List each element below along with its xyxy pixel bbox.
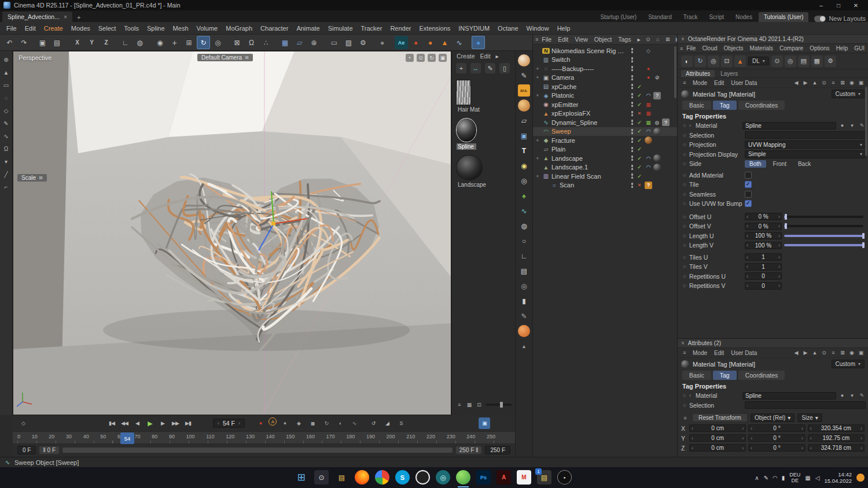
up-icon[interactable]: ▲ xyxy=(811,349,819,357)
magnet-button[interactable]: Ω xyxy=(245,36,258,49)
object-manager-menu-item[interactable]: View xyxy=(572,35,591,43)
visibility-dots[interactable] xyxy=(630,110,634,117)
menu-item[interactable]: File xyxy=(2,23,21,34)
notes-icon[interactable]: ▤ 1 xyxy=(537,470,551,485)
octane-pick-icon[interactable]: ◎ xyxy=(708,56,719,67)
object-row[interactable]: + ◈ Platonic ✓ ◠? xyxy=(533,91,677,101)
enable-state-icon[interactable]: ✓ xyxy=(636,102,643,108)
decrement-icon[interactable]: ‹ xyxy=(751,435,752,441)
increment-icon[interactable]: › xyxy=(860,445,862,451)
thumbnail-size-slider[interactable] xyxy=(486,404,512,406)
increment-icon[interactable]: › xyxy=(742,426,744,431)
expand-icon[interactable]: + xyxy=(535,75,540,80)
object-name[interactable]: Camera xyxy=(551,74,574,81)
selection-field[interactable] xyxy=(745,401,866,409)
mode-menu[interactable]: Mode xyxy=(690,349,710,357)
cube-icon[interactable]: ▣ xyxy=(518,130,530,142)
menu-item[interactable]: Mesh xyxy=(169,23,193,34)
project-max-field[interactable]: 250 F xyxy=(485,446,510,454)
menu-item[interactable]: Modes xyxy=(67,23,94,34)
use-uvw-for-bump-checkbox[interactable] xyxy=(745,200,752,207)
rotation-field[interactable]: ‹ 0 ° › xyxy=(748,434,805,442)
hamburger-icon[interactable]: ≡ xyxy=(681,414,689,422)
layout-tab[interactable]: Script xyxy=(704,12,729,22)
increment-icon[interactable]: › xyxy=(778,283,780,289)
object-row[interactable]: ▱ Plain ✓ xyxy=(533,145,677,154)
parameter-toggle[interactable]: ◐ xyxy=(334,417,346,429)
light-icon[interactable]: ◉ xyxy=(518,160,530,172)
object-row[interactable]: + ◆ Fracture ✓ xyxy=(533,136,677,145)
octane-lock-icon[interactable]: ⊙ xyxy=(771,56,783,67)
mail-icon[interactable]: M xyxy=(517,470,531,485)
material-ball-icon[interactable]: ● xyxy=(838,123,846,128)
menu-item[interactable]: Animate xyxy=(292,23,323,34)
octane-menu-item[interactable]: Cloud xyxy=(699,45,720,52)
render-picture-viewer-button[interactable]: ▨ xyxy=(342,36,355,49)
material-link-field[interactable]: Spline xyxy=(742,122,836,130)
position-field[interactable]: ‹ 0 cm › xyxy=(689,444,746,452)
pen-tool[interactable]: ✎ xyxy=(1,119,11,128)
question-tag[interactable]: ? xyxy=(653,92,661,99)
xparticles-button[interactable]: ▲ xyxy=(438,36,451,49)
photoshop-icon[interactable]: Ps xyxy=(476,470,491,485)
keyframe-dot-icon[interactable]: ◇ xyxy=(682,234,687,238)
loop-button[interactable]: ↺ xyxy=(367,417,379,429)
visibility-dots[interactable] xyxy=(630,164,634,171)
enable-state-icon[interactable]: × xyxy=(636,182,643,188)
question-tag[interactable]: ? xyxy=(662,119,670,126)
undo-icon[interactable]: ↶ xyxy=(3,36,16,49)
rotate-tool[interactable]: ↻ xyxy=(197,36,210,49)
octane-menu-item[interactable]: Objects xyxy=(721,45,746,52)
text-icon[interactable]: T xyxy=(518,145,530,157)
firefox-icon[interactable] xyxy=(355,470,369,485)
document-tab[interactable]: Spline_Advection... × xyxy=(2,12,72,22)
object-name[interactable]: Switch xyxy=(551,56,570,63)
object-manager-menu-item[interactable]: Object xyxy=(591,35,615,43)
keyframe-dot-icon[interactable]: ◇ xyxy=(682,243,687,247)
eject-icon[interactable]: ▲ xyxy=(518,340,530,352)
decrement-icon[interactable]: ‹ xyxy=(746,254,748,260)
decrement-icon[interactable]: ‹ xyxy=(746,233,748,239)
object-name[interactable]: Dynamic_Spline xyxy=(551,119,597,126)
rotation-field[interactable]: ‹ 0 ° › xyxy=(748,424,805,432)
selection-field[interactable] xyxy=(745,131,866,139)
keyframe-dot-icon[interactable]: ◇ xyxy=(682,393,687,398)
object-manager-menu-item[interactable]: File xyxy=(539,35,554,43)
material-link-field[interactable]: Spline xyxy=(742,392,836,400)
decrement-icon[interactable]: ‹ xyxy=(751,426,752,431)
record-button[interactable]: ● xyxy=(255,417,266,429)
decrement-icon[interactable]: ‹ xyxy=(692,426,693,431)
increment-icon[interactable]: › xyxy=(778,233,780,239)
axis-icon[interactable]: ∟ xyxy=(518,250,530,262)
visibility-dots[interactable] xyxy=(630,128,634,135)
bullet-icon[interactable]: BUL xyxy=(518,84,530,97)
back-icon[interactable]: ◀ xyxy=(792,79,800,87)
material-item[interactable]: Spline xyxy=(457,119,476,150)
material-thumbnail[interactable] xyxy=(457,80,470,105)
visibility-dots[interactable] xyxy=(630,83,634,90)
object-name[interactable]: Landscape xyxy=(551,155,583,162)
object-row[interactable]: ∿ Dynamic_Spline ✓ ▦◍? xyxy=(533,118,677,127)
xpresso-tag[interactable]: ◇ xyxy=(645,47,652,54)
keyframe-button[interactable]: ● xyxy=(279,417,290,429)
tray-expand-icon[interactable]: ∧ xyxy=(755,475,759,481)
object-row[interactable]: ○ Scan × ? xyxy=(533,181,677,190)
layout-tab[interactable]: Startup (User) xyxy=(595,12,642,22)
close-button[interactable]: ✕ xyxy=(847,0,865,10)
menu-item[interactable]: Character xyxy=(256,23,292,34)
menu-item[interactable]: Window xyxy=(523,23,553,34)
visibility-dots[interactable] xyxy=(630,101,634,108)
preview-range-start-handle[interactable]: ‖ 0 F xyxy=(39,446,59,454)
last-tool-button[interactable]: ◎ xyxy=(211,36,225,49)
length-u-field[interactable]: ‹ 100 % › xyxy=(745,232,782,239)
keyframe-dot-icon[interactable]: ◇ xyxy=(682,264,687,269)
filter-icon[interactable]: ≡ xyxy=(829,79,837,87)
octane-menu-item[interactable]: File xyxy=(683,45,698,52)
live-selection-tool[interactable]: ◉ xyxy=(153,36,167,49)
tab-coordinates[interactable]: Coordinates xyxy=(738,371,785,380)
expand-icon[interactable]: + xyxy=(535,138,540,143)
octane-device-dropdown[interactable]: DL ▾ xyxy=(748,57,769,65)
solo-button[interactable]: S xyxy=(395,417,407,429)
start-button[interactable]: ⊞ xyxy=(294,470,308,485)
orange-ball-icon[interactable] xyxy=(518,325,530,337)
